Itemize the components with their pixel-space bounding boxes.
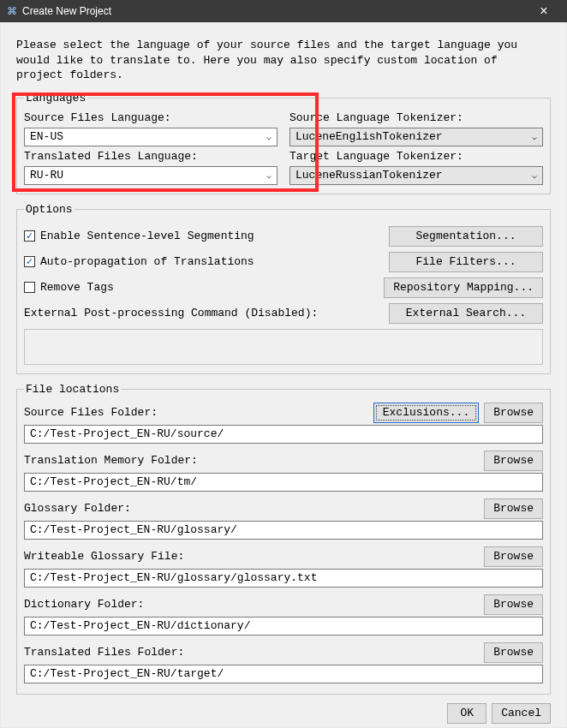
checkbox-icon [24,282,35,293]
browse-translated-button[interactable]: Browse [484,642,543,663]
dialog-footer: OK Cancel [16,703,551,724]
dictionary-folder-field[interactable]: C:/Test-Project_EN-RU/dictionary/ [24,617,543,636]
writeable-glossary-label: Writeable Glossary File: [24,550,479,563]
file-locations-legend: File locations [24,383,121,396]
app-icon: ⌘ [7,5,17,17]
target-lang-select[interactable]: RU-RU ⌵ [24,166,278,185]
source-folder-label: Source Files Folder: [24,406,368,419]
external-processing-label: External Post-processing Command (Disabl… [24,307,318,319]
dialog-content: Please select the language of your sourc… [0,22,567,728]
source-lang-value: EN-US [30,130,63,143]
intro-text: Please select the language of your sourc… [16,38,551,83]
checkbox-icon: ✓ [24,230,35,242]
target-tokenizer-label: Target Language Tokenizer: [289,150,543,163]
cancel-button[interactable]: Cancel [492,703,551,724]
languages-legend: Languages [24,92,87,104]
remove-tags-checkbox[interactable]: Remove Tags [24,281,114,294]
window-title: Create New Project [22,5,528,17]
title-bar: ⌘ Create New Project × [0,0,567,22]
chevron-down-icon: ⌵ [532,170,537,180]
external-command-box [24,329,543,365]
target-lang-label: Translated Files Language: [24,150,278,163]
browse-tm-button[interactable]: Browse [484,451,543,471]
dictionary-folder-label: Dictionary Folder: [24,598,479,611]
glossary-folder-field[interactable]: C:/Test-Project_EN-RU/glossary/ [24,521,543,540]
chevron-down-icon: ⌵ [266,170,272,180]
file-filters-button[interactable]: File Filters... [389,252,543,272]
translated-folder-label: Translated Files Folder: [24,646,479,659]
segmentation-button[interactable]: Segmentation... [389,226,543,247]
file-locations-fieldset: File locations Source Files Folder: Excl… [16,383,551,695]
source-lang-label: Source Files Language: [24,111,278,124]
repository-mapping-button[interactable]: Repository Mapping... [384,277,543,298]
target-lang-value: RU-RU [30,169,63,182]
close-icon[interactable]: × [528,3,560,19]
source-folder-field[interactable]: C:/Test-Project_EN-RU/source/ [24,425,543,444]
tm-folder-field[interactable]: C:/Test-Project_EN-RU/tm/ [24,473,543,492]
options-fieldset: Options ✓ Enable Sentence-level Segmenti… [16,203,551,374]
source-tokenizer-label: Source Language Tokenizer: [289,111,543,124]
glossary-folder-label: Glossary Folder: [24,502,479,515]
browse-glossary-button[interactable]: Browse [484,498,543,519]
target-tokenizer-select[interactable]: LuceneRussianTokenizer ⌵ [289,166,543,185]
chevron-down-icon: ⌵ [532,132,537,141]
remove-tags-label: Remove Tags [40,281,114,294]
enable-segmenting-checkbox[interactable]: ✓ Enable Sentence-level Segmenting [24,230,254,242]
external-search-button[interactable]: External Search... [389,303,543,324]
tm-folder-label: Translation Memory Folder: [24,454,479,467]
source-tokenizer-value: LuceneEnglishTokenizer [295,130,443,143]
enable-segmenting-label: Enable Sentence-level Segmenting [40,230,254,242]
exclusions-button[interactable]: Exclusions... [373,403,479,423]
auto-propagation-label: Auto-propagation of Translations [40,255,254,268]
source-tokenizer-select[interactable]: LuceneEnglishTokenizer ⌵ [289,128,543,146]
options-legend: Options [24,203,75,216]
languages-fieldset: Languages Source Files Language: Source … [16,92,551,194]
browse-wglossary-button[interactable]: Browse [484,546,543,567]
ok-button[interactable]: OK [447,703,486,724]
auto-propagation-checkbox[interactable]: ✓ Auto-propagation of Translations [24,255,254,268]
source-lang-select[interactable]: EN-US ⌵ [24,128,278,146]
translated-folder-field[interactable]: C:/Test-Project_EN-RU/target/ [24,665,543,683]
browse-source-button[interactable]: Browse [484,403,543,423]
writeable-glossary-field[interactable]: C:/Test-Project_EN-RU/glossary/glossary.… [24,569,543,588]
checkbox-icon: ✓ [24,256,35,267]
browse-dictionary-button[interactable]: Browse [484,594,543,615]
chevron-down-icon: ⌵ [266,132,272,141]
target-tokenizer-value: LuceneRussianTokenizer [295,169,443,182]
